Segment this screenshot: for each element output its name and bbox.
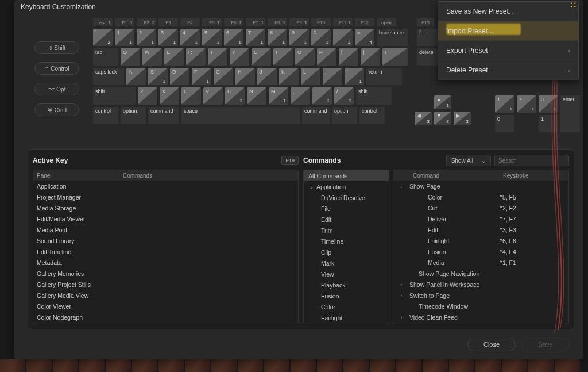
- key-num0[interactable]: 0: [495, 115, 514, 132]
- key-,[interactable]: ,: [291, 87, 310, 105]
- key-f2[interactable]: F21: [137, 18, 156, 26]
- key-caps-lock[interactable]: caps lock: [93, 68, 124, 85]
- command-category[interactable]: All Commands: [304, 170, 389, 181]
- command-row[interactable]: Deliver^7, F7: [393, 213, 568, 224]
- key-n[interactable]: N: [247, 87, 266, 105]
- key-5[interactable]: 51: [202, 29, 222, 46]
- key-tab[interactable]: tab: [93, 48, 118, 66]
- key-8[interactable]: 81: [268, 29, 287, 46]
- key-6[interactable]: 61: [224, 29, 243, 46]
- key-arrow-right[interactable]: ▶3: [454, 112, 471, 125]
- key-f7[interactable]: F71: [246, 18, 265, 26]
- key-f5[interactable]: F51: [202, 18, 222, 26]
- command-row[interactable]: ›Video Clean Feed: [393, 312, 568, 323]
- key-y[interactable]: Y: [230, 48, 249, 66]
- active-key-row[interactable]: Gallery Media View: [33, 290, 298, 301]
- key-p[interactable]: P: [317, 48, 336, 66]
- command-category[interactable]: Trim: [304, 225, 389, 236]
- key-u[interactable]: U: [252, 48, 271, 66]
- key-f10[interactable]: F10: [311, 18, 331, 26]
- command-category[interactable]: Mark: [304, 258, 389, 269]
- key-control[interactable]: control: [359, 107, 385, 124]
- key-s[interactable]: S1: [148, 68, 168, 85]
- command-row[interactable]: ⌄Show Page: [393, 181, 568, 191]
- key-f3[interactable]: F3: [158, 18, 178, 26]
- key-enter[interactable]: enter: [560, 95, 580, 132]
- modifier-option[interactable]: ⌥ Opt: [34, 83, 79, 95]
- key-f8[interactable]: F81: [268, 18, 287, 26]
- command-row[interactable]: Fusion^4, F4: [393, 246, 568, 257]
- key-f11[interactable]: F111: [333, 18, 353, 26]
- key-command[interactable]: command: [148, 107, 179, 124]
- key-7[interactable]: 71: [246, 29, 265, 46]
- menu-export-preset[interactable]: Export Preset›: [438, 41, 578, 60]
- key-z[interactable]: Z: [138, 87, 157, 105]
- key-i[interactable]: I: [273, 48, 293, 66]
- command-row[interactable]: ›Switch to Page: [393, 290, 568, 301]
- key-open[interactable]: open: [377, 18, 396, 26]
- command-row[interactable]: Timecode Window: [393, 301, 568, 312]
- key-.[interactable]: .1: [312, 87, 332, 105]
- command-category[interactable]: Timeline: [304, 236, 389, 247]
- key--[interactable]: -1: [333, 29, 353, 46]
- key-t[interactable]: T: [208, 48, 227, 66]
- command-category[interactable]: Fairlight: [304, 312, 389, 323]
- active-key-row[interactable]: Edit/Media Viewer: [33, 213, 298, 224]
- key-num2[interactable]: 21: [517, 95, 536, 113]
- active-key-row[interactable]: Color Viewer: [33, 301, 298, 312]
- key-c[interactable]: C: [181, 87, 201, 105]
- command-category[interactable]: File: [304, 203, 389, 214]
- key-numdot[interactable]: 1: [539, 115, 558, 132]
- key-control[interactable]: control: [93, 107, 118, 124]
- command-row[interactable]: Fairlight^6, F6: [393, 235, 568, 246]
- key-backspace[interactable]: backspace: [377, 29, 408, 46]
- key-0[interactable]: 01: [311, 29, 331, 46]
- close-button[interactable]: Close: [467, 338, 516, 351]
- command-row[interactable]: Cut^2, F2: [393, 202, 568, 213]
- key-f12[interactable]: F12: [355, 18, 374, 26]
- modifier-shift[interactable]: ⇧ Shift: [34, 41, 79, 54]
- key-2[interactable]: 21: [137, 29, 156, 46]
- key-=[interactable]: =4: [355, 29, 374, 46]
- menu-import-preset[interactable]: Import Preset…: [438, 21, 578, 41]
- command-row[interactable]: Color^5, F5: [393, 191, 568, 202]
- command-row[interactable]: Media^1, F1: [393, 257, 568, 268]
- key-v[interactable]: V: [203, 87, 223, 105]
- command-category[interactable]: DaVinci Resolve: [304, 192, 389, 203]
- active-key-row[interactable]: Metadata: [33, 257, 298, 268]
- modifier-command[interactable]: ⌘ Cmd: [34, 103, 79, 116]
- key-num1[interactable]: 11: [495, 95, 514, 113]
- key-a[interactable]: A: [126, 68, 146, 85]
- key-\[interactable]: \: [382, 48, 408, 66]
- key-return[interactable]: return: [366, 68, 402, 85]
- active-key-row[interactable]: Media Pool: [33, 224, 298, 235]
- active-key-row[interactable]: Application: [33, 181, 298, 191]
- command-category[interactable]: Edit: [304, 214, 389, 225]
- menu-save-as-new-preset[interactable]: Save as New Preset…: [438, 2, 578, 21]
- save-button[interactable]: Save: [521, 338, 570, 351]
- key-f9[interactable]: F91: [289, 18, 309, 26]
- active-key-row[interactable]: Color Nodegraph: [33, 312, 298, 323]
- key-l[interactable]: L: [301, 68, 320, 85]
- key-;[interactable]: ;: [323, 68, 342, 85]
- key-arrow-down[interactable]: ▼3: [434, 112, 451, 125]
- key-arrow-up[interactable]: ▲1: [434, 95, 451, 109]
- active-key-row[interactable]: Project Manager: [33, 191, 298, 202]
- command-category[interactable]: Fusion: [304, 290, 389, 301]
- key-b[interactable]: B1: [225, 87, 245, 105]
- key-3[interactable]: 31: [158, 29, 178, 46]
- modifier-control[interactable]: ⌃ Control: [34, 62, 79, 75]
- active-key-row[interactable]: Gallery Memories: [33, 268, 298, 279]
- key-j[interactable]: J: [257, 68, 277, 85]
- key-shift[interactable]: shift: [356, 87, 392, 105]
- command-row[interactable]: Show Page Navigation: [393, 268, 568, 279]
- key-f[interactable]: F1: [192, 68, 211, 85]
- key-d[interactable]: D: [170, 68, 189, 85]
- key-o[interactable]: O: [295, 48, 315, 66]
- command-category[interactable]: Color: [304, 301, 389, 312]
- key-g[interactable]: G: [214, 68, 233, 85]
- key-e[interactable]: E: [164, 48, 184, 66]
- command-category[interactable]: Clip: [304, 247, 389, 258]
- active-key-row[interactable]: Edit Timeline: [33, 246, 298, 257]
- key-][interactable]: ]: [361, 48, 380, 66]
